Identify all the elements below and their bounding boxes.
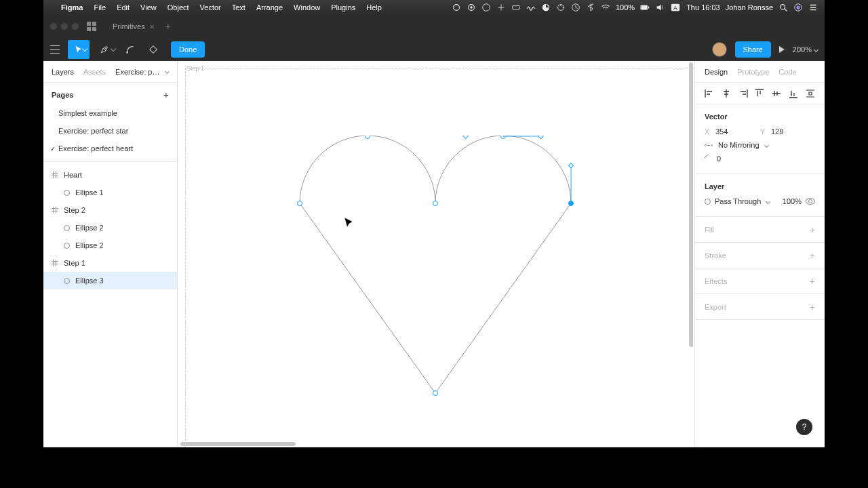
- align-hcenter-icon[interactable]: [722, 89, 731, 98]
- user-avatar[interactable]: [712, 42, 727, 57]
- tab-grid-icon[interactable]: [87, 22, 96, 31]
- app-menu[interactable]: Figma: [56, 3, 88, 12]
- layer-label: Ellipse 2: [75, 224, 104, 232]
- share-button[interactable]: Share: [735, 41, 771, 58]
- add-fill-icon[interactable]: +: [810, 224, 815, 235]
- mirroring-select[interactable]: No Mirroring: [718, 141, 760, 149]
- status-icon[interactable]: [467, 3, 476, 12]
- right-panel: Design Prototype Code Vector X 354 Y 128…: [694, 61, 825, 447]
- menu-text[interactable]: Text: [226, 3, 251, 12]
- siri-icon[interactable]: [793, 3, 803, 12]
- opacity-input[interactable]: 100%: [783, 197, 802, 205]
- add-export-icon[interactable]: +: [810, 302, 815, 312]
- layer-ellipse[interactable]: Ellipse 2: [43, 219, 177, 237]
- notification-center-icon[interactable]: [808, 3, 818, 12]
- tab-layers[interactable]: Layers: [52, 68, 74, 76]
- stroke-section[interactable]: Stroke+: [695, 243, 825, 268]
- status-icon[interactable]: [496, 3, 506, 12]
- status-icon[interactable]: [541, 3, 551, 12]
- zoom-menu[interactable]: 200%: [793, 45, 818, 54]
- visibility-icon[interactable]: [806, 198, 815, 205]
- status-icon[interactable]: [511, 3, 521, 12]
- distribute-icon[interactable]: [806, 89, 815, 98]
- move-tool[interactable]: [68, 40, 90, 59]
- menu-view[interactable]: View: [135, 3, 162, 12]
- status-icon[interactable]: [481, 3, 491, 12]
- add-page-button[interactable]: +: [163, 89, 169, 100]
- scribble-icon[interactable]: [526, 3, 536, 12]
- tab-assets[interactable]: Assets: [83, 68, 106, 76]
- menu-edit[interactable]: Edit: [111, 3, 135, 12]
- align-bottom-icon[interactable]: [789, 89, 798, 98]
- tab-title: Primitives: [113, 22, 145, 30]
- done-button[interactable]: Done: [171, 41, 205, 58]
- scrollbar-horizontal[interactable]: [180, 442, 296, 446]
- paint-bucket-tool[interactable]: [142, 40, 164, 59]
- layer-frame[interactable]: Heart: [43, 166, 177, 184]
- add-effect-icon[interactable]: +: [810, 276, 815, 287]
- canvas[interactable]: Step 1: [178, 61, 694, 447]
- volume-icon[interactable]: [655, 3, 665, 12]
- align-left-icon[interactable]: [705, 89, 714, 98]
- export-section[interactable]: Export+: [695, 294, 825, 320]
- effects-section[interactable]: Effects+: [695, 268, 825, 294]
- menu-arrange[interactable]: Arrange: [251, 3, 288, 12]
- layer-label: Ellipse 2: [75, 241, 104, 249]
- scrollbar-vertical[interactable]: [689, 62, 693, 347]
- align-right-icon[interactable]: [738, 89, 748, 98]
- align-vcenter-icon[interactable]: [772, 89, 781, 98]
- tab-prototype[interactable]: Prototype: [737, 68, 769, 76]
- menu-window[interactable]: Window: [288, 3, 326, 12]
- svg-point-15: [126, 52, 128, 54]
- menu-file[interactable]: File: [88, 3, 111, 12]
- bluetooth-icon[interactable]: [586, 3, 595, 12]
- blend-mode-select[interactable]: Pass Through: [715, 197, 761, 205]
- add-tab-button[interactable]: +: [165, 21, 171, 32]
- battery-icon[interactable]: [640, 3, 650, 12]
- menu-plugins[interactable]: Plugins: [326, 3, 361, 12]
- menu-vector[interactable]: Vector: [195, 3, 226, 12]
- layer-frame[interactable]: Step 2: [43, 201, 177, 219]
- corner-radius-icon: [703, 153, 715, 165]
- pen-icon: [100, 45, 109, 54]
- present-icon[interactable]: [779, 46, 785, 53]
- tab-design[interactable]: Design: [705, 68, 728, 76]
- wifi-icon[interactable]: [601, 3, 610, 12]
- bend-icon: [125, 45, 135, 54]
- file-menu[interactable]: Exercise: perfect …: [115, 68, 169, 76]
- x-input[interactable]: 354: [715, 127, 756, 136]
- spotlight-icon[interactable]: [778, 3, 788, 12]
- svg-point-2: [470, 6, 473, 9]
- page-item-current[interactable]: Exercise: perfect heart: [43, 140, 177, 157]
- help-button[interactable]: ?: [796, 419, 812, 435]
- close-tab-icon[interactable]: ✕: [149, 23, 155, 30]
- clock-icon[interactable]: [571, 3, 580, 12]
- align-top-icon[interactable]: [755, 89, 764, 98]
- status-icon[interactable]: [452, 3, 461, 12]
- menubar-clock[interactable]: Thu 16:03: [686, 3, 720, 12]
- add-stroke-icon[interactable]: +: [810, 250, 815, 261]
- input-icon[interactable]: A: [670, 3, 681, 12]
- status-icon[interactable]: [556, 3, 566, 12]
- corner-radius-input[interactable]: 0: [717, 155, 721, 163]
- layer-frame[interactable]: Step 1: [43, 254, 177, 272]
- y-input[interactable]: 128: [771, 127, 812, 136]
- layer-ellipse-selected[interactable]: Ellipse 3: [43, 272, 177, 289]
- menu-help[interactable]: Help: [361, 3, 387, 12]
- svg-point-14: [796, 5, 800, 9]
- tab-primitives[interactable]: Primitives ✕: [106, 22, 161, 30]
- menu-object[interactable]: Object: [162, 3, 195, 12]
- bend-tool[interactable]: [119, 40, 141, 59]
- layer-ellipse[interactable]: Ellipse 2: [43, 237, 177, 254]
- page-item[interactable]: Exercise: perfect star: [43, 122, 177, 140]
- window-controls[interactable]: [50, 23, 79, 30]
- heart-vector[interactable]: [293, 136, 585, 420]
- main-menu-icon[interactable]: [50, 45, 60, 54]
- page-item[interactable]: Simplest example: [43, 104, 177, 122]
- pen-tool[interactable]: [91, 40, 118, 59]
- frame-label[interactable]: Step 1: [186, 65, 204, 72]
- layer-ellipse[interactable]: Ellipse 1: [43, 184, 177, 201]
- menubar-user[interactable]: Johan Ronsse: [726, 3, 773, 12]
- tab-code[interactable]: Code: [778, 68, 796, 76]
- fill-section[interactable]: Fill+: [695, 217, 825, 243]
